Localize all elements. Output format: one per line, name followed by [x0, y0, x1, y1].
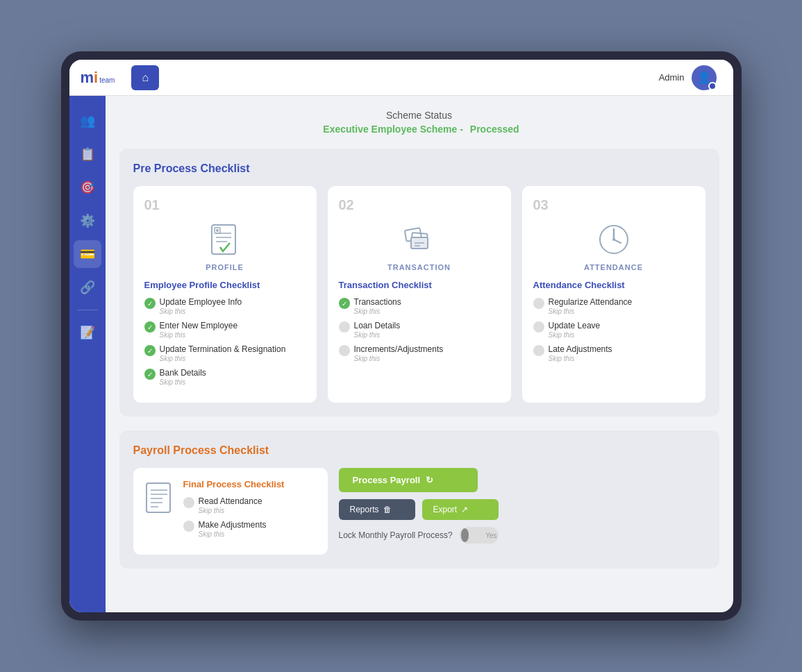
main-content: Scheme Status Executive Employee Scheme … [106, 96, 733, 612]
final-block-2: Make Adjustments Skip this [199, 520, 267, 538]
card-number-01: 01 [144, 197, 306, 213]
logo-text: mi [81, 69, 99, 87]
att-skip-2[interactable]: Skip this [549, 331, 601, 339]
final-process-card: Final Process Checklist ○ Read Attendanc… [133, 468, 328, 555]
profile-card-title: Employee Profile Checklist [144, 280, 306, 290]
check-block-1: Update Employee Info Skip this [160, 297, 242, 315]
process-payroll-label: Process Payroll [353, 475, 421, 485]
pre-process-title: Pre Process Checklist [133, 162, 705, 175]
body-layout: 👥 📋 🎯 ⚙️ 💳 🔗 📝 Scheme Status Executive E… [69, 96, 733, 612]
profile-label: PROFILE [206, 263, 244, 271]
header: mi team ⌂ Admin 👤 [69, 60, 733, 96]
attendance-item-3: ○ Late Adjustments Skip this [533, 344, 694, 362]
avatar-badge [708, 82, 717, 90]
sidebar-item-targets[interactable]: 🎯 [74, 174, 101, 201]
scheme-status-title: Scheme Status [119, 110, 719, 121]
final-skip-1[interactable]: Skip this [199, 507, 262, 514]
final-icon-svg [144, 479, 175, 514]
tablet-screen: mi team ⌂ Admin 👤 👥 📋 🎯 [69, 60, 733, 612]
sidebar-item-links[interactable]: 🔗 [74, 274, 101, 301]
sidebar: 👥 📋 🎯 ⚙️ 💳 🔗 📝 [69, 96, 106, 612]
check-block-4: Bank Details Skip this [160, 368, 206, 386]
trans-skip-2[interactable]: Skip this [354, 331, 401, 339]
skip-text-1[interactable]: Skip this [160, 308, 242, 315]
sidebar-item-employees[interactable]: 👥 [74, 107, 101, 135]
card-number-03: 03 [533, 197, 694, 213]
card-number-02: 02 [339, 197, 500, 213]
final-card-inner: Final Process Checklist ○ Read Attendanc… [144, 479, 317, 544]
sidebar-item-payroll[interactable]: 💳 [74, 240, 101, 268]
export-label: Export [433, 505, 458, 514]
attendance-icon-area: ATTENDANCE [533, 219, 694, 271]
final-skip-2[interactable]: Skip this [199, 530, 267, 538]
check-block-2: Enter New Employee Skip this [160, 321, 238, 339]
attendance-item-2: ○ Update Leave Skip this [533, 321, 694, 339]
final-process-icon [144, 479, 175, 516]
trans-text-3: Increments/Adjustments [354, 344, 444, 354]
export-button[interactable]: Export ↗ [422, 499, 499, 520]
transaction-card-title: Transaction Checklist [339, 280, 500, 290]
avatar[interactable]: 👤 [692, 65, 717, 90]
home-button[interactable]: ⌂ [131, 65, 159, 90]
sidebar-item-settings[interactable]: ⚙️ [74, 207, 101, 235]
att-skip-1[interactable]: Skip this [549, 308, 633, 315]
skip-text-3[interactable]: Skip this [160, 355, 286, 362]
profile-icon-area: PROFILE [144, 219, 306, 271]
reports-button[interactable]: Reports 🗑 [339, 499, 415, 520]
transaction-svg [402, 222, 437, 257]
check-block-3: Update Termination & Resignation Skip th… [160, 344, 286, 362]
skip-text-2[interactable]: Skip this [160, 331, 238, 339]
att-text-1: Regularize Attendance [549, 297, 633, 307]
username-label: Admin [659, 72, 685, 83]
sidebar-item-notes[interactable]: 📝 [74, 319, 101, 346]
home-icon: ⌂ [142, 72, 149, 84]
trans-skip-3[interactable]: Skip this [354, 355, 444, 362]
trans-block-2: Loan Details Skip this [354, 321, 401, 339]
sidebar-item-reports[interactable]: 📋 [74, 140, 101, 168]
checklist-item: ✓ Update Employee Info Skip this [144, 297, 306, 315]
att-block-1: Regularize Attendance Skip this [549, 297, 633, 315]
transaction-item-2: ○ Loan Details Skip this [339, 321, 500, 339]
att-skip-3[interactable]: Skip this [549, 355, 612, 362]
final-text-1: Read Attendance [199, 496, 262, 506]
export-icon: ↗ [461, 505, 468, 514]
trans-check-2: ○ [339, 321, 350, 333]
att-block-2: Update Leave Skip this [549, 321, 601, 339]
svg-point-4 [216, 229, 219, 232]
att-check-1: ○ [533, 298, 544, 309]
logo-i: i [94, 69, 98, 86]
check-icon-4: ✓ [144, 369, 156, 380]
transaction-item-1: ✓ Transactions Skip this [339, 297, 500, 315]
lock-toggle[interactable]: Yes [460, 527, 499, 544]
skip-text-4[interactable]: Skip this [160, 378, 206, 386]
toggle-knob [461, 528, 469, 542]
check-icon-1: ✓ [144, 298, 156, 309]
reports-icon: 🗑 [383, 505, 392, 514]
check-text-3: Update Termination & Resignation [160, 344, 286, 354]
att-text-2: Update Leave [549, 321, 601, 330]
svg-point-14 [612, 238, 615, 241]
att-text-3: Late Adjustments [549, 344, 612, 354]
logo: mi team [81, 69, 115, 87]
checklist-row: 01 [133, 186, 705, 403]
scheme-status-name: Executive Employee Scheme - Processed [119, 124, 719, 135]
attendance-item-1: ○ Regularize Attendance Skip this [533, 297, 694, 315]
final-item-1: ○ Read Attendance Skip this [183, 496, 285, 514]
trans-skip-1[interactable]: Skip this [354, 308, 401, 315]
transaction-icon [399, 219, 440, 260]
pre-process-section: Pre Process Checklist 01 [119, 149, 719, 417]
transaction-card: 02 [328, 186, 511, 403]
svg-rect-15 [147, 483, 170, 512]
final-text-2: Make Adjustments [199, 520, 267, 530]
attendance-card-title: Attendance Checklist [533, 280, 694, 290]
process-payroll-button[interactable]: Process Payroll ↻ [339, 468, 478, 492]
logo-team-text: team [99, 76, 115, 84]
profile-card: 01 [133, 186, 317, 403]
transaction-label: TRANSACTION [387, 263, 451, 271]
final-card-title: Final Process Checklist [183, 479, 285, 489]
attendance-svg [596, 222, 631, 257]
transaction-icon-area: TRANSACTION [339, 219, 500, 271]
payroll-actions: Process Payroll ↻ Reports 🗑 Export [339, 468, 705, 555]
attendance-card: 03 ATTENDANCE [522, 186, 705, 403]
check-icon-3: ✓ [144, 345, 156, 356]
